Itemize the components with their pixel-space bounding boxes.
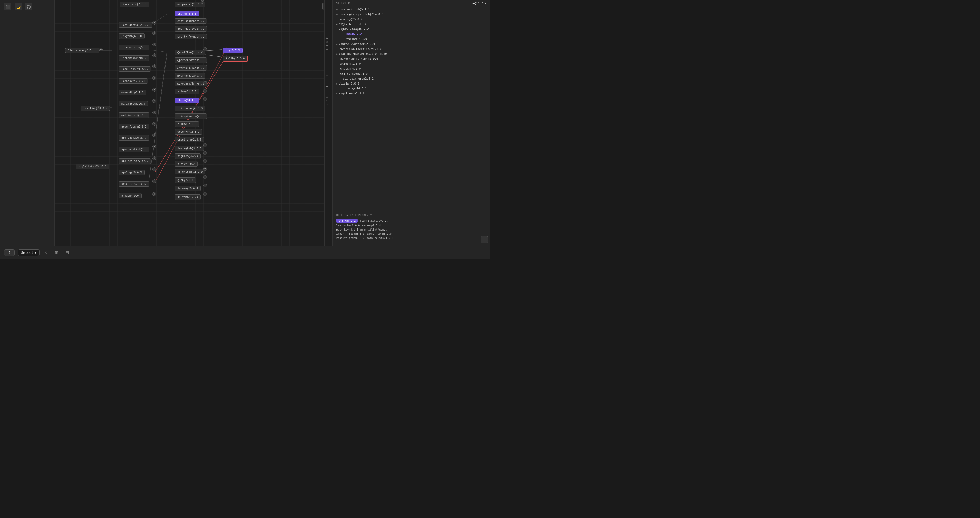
tree-item-cli-spinners[interactable]: cli-spinners@2.6.1 — [332, 76, 490, 81]
yarnpkg-pars-node[interactable]: @yarnpkg/pars... — [175, 73, 205, 78]
plus-btn-figures[interactable]: + — [203, 151, 207, 155]
is-stream-node[interactable]: is-stream@2.0.0 — [120, 2, 149, 7]
libnpmaccess-node[interactable]: libnpmaccess@7.. — [119, 45, 150, 50]
lint-staged-node[interactable]: lint-staged@^13... — [65, 48, 99, 53]
github-icon[interactable] — [25, 3, 32, 10]
depth-number[interactable]: 9 — [4, 249, 14, 256]
plus-btn-lint-staged[interactable]: + — [99, 48, 103, 51]
export-button[interactable]: ⎋ — [43, 249, 49, 256]
plus-btn-npm-package[interactable]: + — [153, 133, 156, 137]
load-json-file-node[interactable]: load-json-file@.. — [119, 66, 151, 72]
dark-mode-icon[interactable]: 🌙 — [14, 3, 22, 10]
plus-btn-wrap-ansi[interactable]: + — [201, 0, 204, 4]
libnpmpublish-node[interactable]: libnpmpublish@.. — [119, 55, 150, 61]
plus-btn-stylelint[interactable]: + — [95, 164, 99, 167]
dotenv-node[interactable]: dotenv@~16.3.1 — [175, 129, 202, 135]
tree-item-yarnpkg-parsers[interactable]: ▶ @yarnpkg/parsers@3.0.0-rc.46 — [332, 51, 490, 56]
tree-item-npmlog[interactable]: npmlog@^6.0.2 — [332, 17, 490, 22]
panel-navigate-button[interactable]: → — [480, 236, 488, 243]
ignore-node[interactable]: ignore@^5.0.4 — [175, 186, 201, 191]
cliui-node[interactable]: cliui@^7.0.2 — [175, 121, 199, 127]
tree-item-axios[interactable]: axios@^1.0.0 — [332, 61, 490, 66]
nx-1672-node[interactable]: nx@16.7.2 — [223, 48, 243, 53]
npm-registry-fe-node[interactable]: npm-registry-fe.. — [119, 158, 151, 164]
tree-item-nrwl-tao[interactable]: ▼ @nrwl/tao@16.7.2 — [332, 27, 490, 32]
plus-btn-js-yaml[interactable]: + — [153, 31, 156, 35]
yarnpkg-lockf-node[interactable]: @yarnpkg/lockf... — [175, 65, 207, 71]
tree-item-nx-1672[interactable]: nx@16.7.2 — [332, 32, 490, 37]
plus-btn-parcel[interactable]: + — [203, 81, 207, 85]
jest-get-type-node[interactable]: jest-get-type@^.. — [175, 26, 207, 32]
plus-btn-load-json[interactable]: + — [153, 64, 156, 68]
select-button[interactable]: Select ▼ — [18, 249, 40, 256]
multimatch-node[interactable]: multimatch@5.0.. — [119, 112, 150, 118]
npmlog-node[interactable]: npmlog@^6.0.2 — [119, 170, 145, 175]
stylelint-node[interactable]: stylelint@^15.10.2 — [76, 164, 110, 169]
nx-range-node[interactable]: nx@>=16.5.1 < 17 — [119, 181, 150, 187]
js-yaml-41-node[interactable]: js-yaml@4.1.0 — [175, 194, 201, 200]
plus-btn-fast-glob[interactable]: + — [203, 143, 207, 147]
plus-btn-jest-diff[interactable]: + — [153, 21, 156, 24]
plus-btn-fs-extra[interactable]: + — [203, 167, 207, 171]
node-fetch-node[interactable]: node-fetch@2.6.7 — [119, 124, 150, 129]
plus-btn-libnpmaccess[interactable]: + — [153, 43, 156, 46]
plus-btn-prettier[interactable]: + — [96, 106, 100, 109]
minus-btn-npmlog[interactable]: − — [153, 167, 156, 171]
tree-item-nx-range[interactable]: ▼ nx@>=16.5.1 < 17 — [332, 22, 490, 27]
plus-btn-glob[interactable]: + — [203, 175, 207, 179]
search-tab[interactable]: S E A R C H — [325, 31, 332, 56]
plus-btn-yarnpkg-pars[interactable]: + — [203, 89, 207, 93]
tree-item-tslib[interactable]: tslib@^2.3.0 — [332, 37, 490, 41]
make-dir-node[interactable]: make-dir@3.1.0 — [119, 90, 146, 95]
plus-btn-js-yaml-41[interactable]: + — [203, 192, 207, 196]
tree-item-zkochan-js-yaml[interactable]: @zkochan/js-yaml@0.0.6 — [332, 56, 490, 61]
tree-item-npm-packlist[interactable]: ▶ npm-packlist@5.1.1 — [332, 7, 490, 12]
chalk-41-node[interactable]: chalk@^4.1.0 — [175, 97, 199, 103]
minimatch-node[interactable]: minimatch@3.0.5 — [119, 101, 148, 107]
cli-cursor-node[interactable]: cli-cursor@3.1.0 — [175, 106, 205, 111]
diff-sequences-node[interactable]: diff-sequences... — [175, 18, 207, 24]
plus-btn-libnpmpublish[interactable]: + — [153, 53, 156, 57]
tree-item-chalk-41[interactable]: chalk@^4.1.0 — [332, 66, 490, 71]
parcel-watcher-node[interactable]: @parcel/watche... — [175, 57, 207, 63]
plus-btn-npm-registry[interactable]: + — [153, 156, 156, 160]
prettier-node[interactable]: prettier@^3.0.0 — [81, 106, 110, 111]
tree-item-cli-cursor[interactable]: cli-cursor@3.1.0 — [332, 71, 490, 76]
enquirer-node[interactable]: enquirer@~2.3.6 — [175, 137, 204, 142]
minus-btn-nrwl-tao[interactable]: − — [203, 48, 207, 51]
cli-spinners-node[interactable]: cli-spinners@2... — [175, 113, 207, 119]
plus-btn-npm-packlist[interactable]: + — [153, 145, 156, 148]
tree-item-cliui[interactable]: ▶ cliui@^7.0.2 — [332, 81, 490, 86]
plus-btn-lodash[interactable]: + — [153, 76, 156, 80]
editor-icon[interactable]: ⬛ — [4, 3, 11, 10]
plus-btn-axios[interactable]: + — [203, 97, 207, 101]
npm-packlist-node[interactable]: npm-packlist@5.. — [119, 147, 150, 152]
lodash-node[interactable]: lodash@^4.17.21 — [119, 78, 148, 84]
tree-item-npm-registry-fetch[interactable]: ▶ npm-registry-fetch@^14.0.5 — [332, 12, 490, 17]
tree-layout-button[interactable]: ⊞ — [52, 249, 60, 256]
minus-btn-nx-range[interactable]: − — [153, 179, 156, 183]
plus-btn-minimatch[interactable]: + — [153, 99, 156, 103]
tree-item-dotenv[interactable]: dotenv@~16.3.1 — [332, 86, 490, 91]
plus-btn-node-fetch[interactable]: + — [153, 122, 156, 126]
plus-btn-multimatch[interactable]: + — [153, 111, 156, 114]
grid-layout-button[interactable]: ⊟ — [63, 249, 71, 256]
plus-btn-flat[interactable]: + — [203, 159, 207, 163]
tree-item-yarnpkg-lockfile[interactable]: @yarnpkg/lockfile@^1.1.0 — [332, 46, 490, 51]
plus-btn-p-map[interactable]: + — [153, 192, 156, 196]
tree-item-parcel-watcher[interactable]: ▶ @parcel/watcher@2.0.4 — [332, 41, 490, 46]
module-tab[interactable]: M O D U L E — [325, 83, 332, 107]
list-tab[interactable]: L I S T — [325, 61, 332, 78]
plus-btn-make-dir[interactable]: + — [153, 88, 156, 92]
pretty-format-node[interactable]: pretty-format@... — [175, 34, 207, 39]
npm-package-a-node[interactable]: npm-package-a... — [119, 135, 150, 140]
flat-node[interactable]: flat@^5.0.2 — [175, 161, 197, 167]
fs-extra-node[interactable]: fs-extra@^11.1.0 — [175, 169, 205, 174]
dup-badge-chalk[interactable]: chalk@4.1.2 — [336, 219, 358, 223]
p-map-node[interactable]: p-map@4.0.0 — [119, 193, 142, 199]
chalk-4-node[interactable]: chalk@^4.0.0 — [175, 11, 199, 16]
figures-node[interactable]: figures@3.2.0 — [175, 153, 201, 159]
zkochan-js-ya-node[interactable]: @zkochan/js-ya... — [175, 81, 207, 86]
plus-btn-ignore[interactable]: + — [203, 183, 207, 187]
tree-item-enquirer[interactable]: ▶ enquirer@~2.3.6 — [332, 91, 490, 96]
